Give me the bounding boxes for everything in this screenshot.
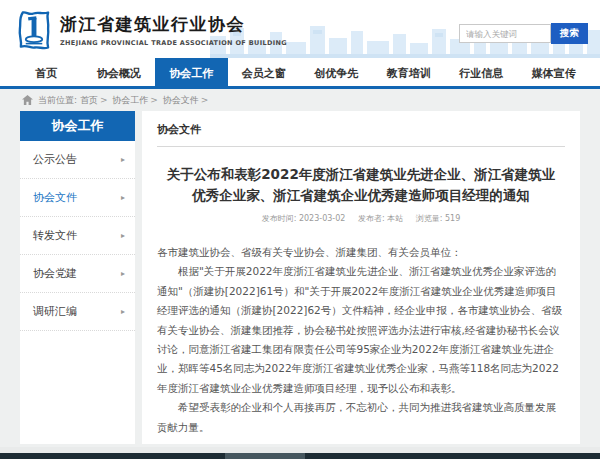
nav-item[interactable]: 协会概况 [83,58,156,86]
search-input[interactable] [459,24,551,43]
nav-item[interactable]: 媒体宣传 [518,58,591,86]
search-bar: 搜索 [459,23,588,44]
breadcrumb-link[interactable]: 首页 [80,95,98,105]
article-paragraph: 根据"关于开展2022年度浙江省建筑业先进企业、浙江省建筑业优秀企业家评选的通知… [157,262,565,398]
chevron-right-icon: ▸ [121,155,125,164]
breadcrumb: 当前位置: 首页> 协会工作> 协会文件> [0,89,600,111]
sidebar-item[interactable]: 调研汇编 ▸ [20,293,135,331]
chevron-right-icon: ▸ [121,231,125,240]
breadcrumb-separator: > [150,95,158,105]
sidebar-item-label: 协会文件 [33,190,77,205]
nav-item[interactable]: 首页 [10,58,83,86]
chevron-right-icon: ▸ [121,307,125,316]
nav-item[interactable]: 创优争先 [300,58,373,86]
content-panel: 协会文件 关于公布和表彰2022年度浙江省建筑业先进企业、浙江省建筑业优秀企业家… [142,111,580,444]
nav-item[interactable]: 教育培训 [373,58,446,86]
chevron-right-icon: ▸ [121,193,125,202]
site-title: 浙江省建筑业行业协会 [60,13,287,36]
breadcrumb-separator: > [201,95,209,105]
article-meta-item: 发布时间: 2023-03-02 [262,214,346,223]
sidebar-item[interactable]: 转发文件 ▸ [20,217,135,255]
breadcrumb-link[interactable]: 协会工作 [112,95,148,105]
nav-item[interactable]: 协会工作 [155,58,228,86]
chevron-right-icon: ▸ [121,269,125,278]
section-title: 协会文件 [157,122,565,147]
article-meta: 发布时间: 2023-03-02 发布者: 本站 浏览量: 519 [157,213,565,224]
site-subtitle: ZHEJIANG PROVINCIAL TRADE ASSOCIATION OF… [60,39,287,47]
breadcrumb-link[interactable]: 协会文件 [163,95,199,105]
main-area: 协会工作 公示公告 ▸ 协会文件 ▸ 转发文件 ▸ [0,111,600,444]
sidebar-title: 协会工作 [20,111,135,141]
site-header: 浙江省建筑业行业协会 ZHEJIANG PROVINCIAL TRADE ASS… [0,0,600,58]
nav-item[interactable]: 行业信息 [445,58,518,86]
sidebar-item-label: 协会党建 [33,266,77,281]
page: 浙江省建筑业行业协会 ZHEJIANG PROVINCIAL TRADE ASS… [0,0,600,444]
sidebar-item-label: 调研汇编 [33,304,77,319]
article-paragraph: 希望受表彰的企业和个人再接再厉，不忘初心，共同为推进我省建筑业高质量发展贡献力量… [157,398,565,437]
horizontal-scrollbar-thumb[interactable] [225,453,305,459]
breadcrumb-path: 首页> 协会工作> 协会文件> [80,94,210,107]
main-nav: 首页 协会概况 协会工作 会员之窗 创优争先 教育培训 行业信息 媒体宣传 [0,58,600,89]
sidebar-item-label: 公示公告 [33,152,77,167]
association-logo-icon [16,9,52,51]
sidebar-item[interactable]: 协会文件 ▸ [20,179,135,217]
sidebar: 协会工作 公示公告 ▸ 协会文件 ▸ 转发文件 ▸ [20,111,135,444]
article-title: 关于公布和表彰2022年度浙江省建筑业先进企业、浙江省建筑业优秀企业家、浙江省建… [157,164,565,206]
article-meta-item: 浏览量: 519 [416,214,461,223]
breadcrumb-prefix: 当前位置: [38,94,77,107]
footer-bar [0,453,600,459]
sidebar-item[interactable]: 协会党建 ▸ [20,255,135,293]
home-icon [22,95,33,105]
article-body: 各市建筑业协会、省级有关专业协会、浙建集团、有关会员单位： 根据"关于开展202… [157,243,565,437]
nav-item[interactable]: 会员之窗 [228,58,301,86]
sidebar-item[interactable]: 公示公告 ▸ [20,141,135,179]
sidebar-menu: 公示公告 ▸ 协会文件 ▸ 转发文件 ▸ 协会党建 [20,141,135,331]
article-paragraph: 各市建筑业协会、省级有关专业协会、浙建集团、有关会员单位： [157,243,565,262]
article-meta-item: 发布者: 本站 [358,214,403,223]
search-button[interactable]: 搜索 [551,23,588,44]
breadcrumb-separator: > [100,95,108,105]
sidebar-item-label: 转发文件 [33,228,77,243]
